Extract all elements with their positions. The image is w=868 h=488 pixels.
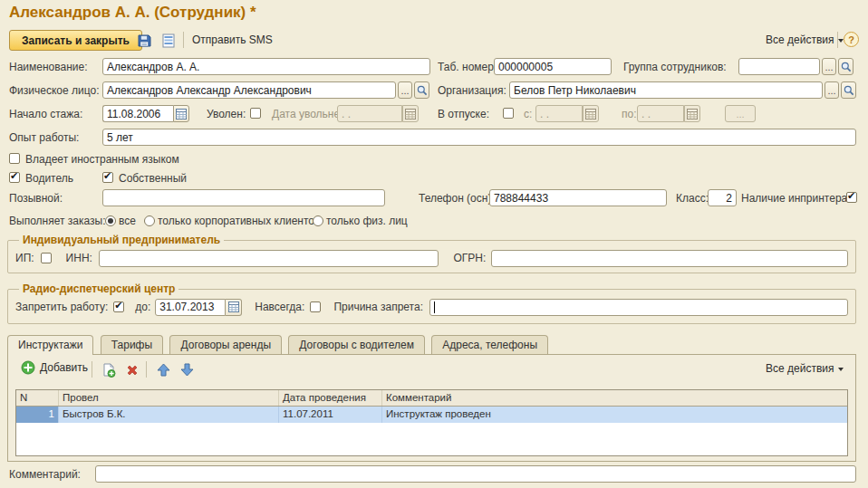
class-input[interactable]: [708, 189, 737, 206]
person-lookup-button[interactable]: [414, 81, 429, 99]
ban-until-label: до:: [135, 301, 150, 313]
journal-icon: [162, 33, 175, 48]
send-sms-button[interactable]: Отправить SMS: [192, 33, 273, 46]
name-label: Наименование:: [9, 61, 88, 73]
experience-start-input[interactable]: [102, 105, 173, 122]
vacation-to-label: по:: [622, 108, 637, 120]
own-car-checkbox[interactable]: [102, 172, 113, 183]
row-phone: Позывной: Телефон (осн): Класс: Наличие …: [0, 189, 868, 207]
radio-center-group-title: Радио-диспетчерский центр: [19, 282, 178, 295]
vacation-checkbox[interactable]: [503, 108, 514, 119]
orders-radio-individuals[interactable]: [313, 215, 323, 226]
row-comment: Комментарий:: [0, 465, 868, 483]
help-button[interactable]: ?: [844, 32, 859, 47]
ban-work-checkbox[interactable]: [113, 301, 124, 312]
main-toolbar: Записать и закрыть Отправить SMS Все дей…: [0, 30, 868, 53]
phone-input[interactable]: [489, 189, 667, 206]
fired-checkbox[interactable]: [250, 108, 261, 119]
employee-group-label: Группа сотрудников:: [623, 61, 727, 73]
entrepreneur-row: ИП: ИНН: ОГРН:: [15, 249, 848, 267]
cell-row-number[interactable]: 1: [16, 407, 59, 423]
foreign-language-checkbox[interactable]: [9, 153, 20, 164]
tab-tariffs[interactable]: Тарифы: [101, 335, 163, 354]
phone-label: Телефон (осн):: [419, 192, 495, 205]
cell-date[interactable]: 11.07.2011: [279, 407, 382, 423]
person-input[interactable]: [102, 81, 396, 99]
organization-label: Организация:: [438, 84, 506, 97]
calendar-icon: [687, 109, 698, 120]
add-row-button[interactable]: Добавить: [21, 360, 88, 375]
ban-reason-wrap: [429, 299, 848, 316]
ip-label: ИП:: [15, 252, 34, 264]
move-down-button[interactable]: [177, 360, 197, 379]
vacation-from-label: с:: [524, 108, 532, 120]
tab-instructions[interactable]: Инструктажи: [7, 335, 93, 355]
foreign-language-label: Владеет иностранным языком: [25, 153, 179, 166]
employee-group-input[interactable]: [738, 58, 820, 75]
orders-radio-corporate[interactable]: [144, 215, 155, 226]
cell-comment[interactable]: Инструктаж проведен: [382, 407, 847, 423]
all-actions-button[interactable]: Все действия: [766, 33, 844, 46]
orders-radio-all[interactable]: [105, 215, 116, 226]
grid-toolbar-separator-2: [146, 361, 147, 378]
tab-addresses[interactable]: Адреса, телефоны: [431, 335, 548, 354]
vacation-label: В отпуске:: [438, 108, 489, 120]
vacation-ellipsis-button: ...: [725, 105, 756, 122]
calendar-icon: [585, 109, 596, 120]
imprinter-checkbox[interactable]: [846, 192, 857, 203]
column-header-conductor[interactable]: Провел: [59, 390, 279, 406]
table-row[interactable]: 1 Быстров Б.К. 11.07.2011 Инструктаж про…: [16, 407, 847, 423]
experience-start-calendar-button[interactable]: [173, 105, 189, 122]
grid-all-actions-button[interactable]: Все действия: [766, 362, 844, 375]
tab-number-input[interactable]: [494, 58, 612, 75]
cell-conductor[interactable]: Быстров Б.К.: [59, 407, 279, 423]
ban-work-label: Запретить работу:: [15, 301, 108, 313]
row-experience: Опыт работы:: [0, 129, 868, 147]
comment-input[interactable]: [95, 465, 856, 483]
add-icon: [21, 360, 35, 375]
own-car-label: Собственный: [119, 172, 187, 185]
move-up-button[interactable]: [153, 360, 173, 379]
inn-label: ИНН:: [66, 252, 92, 264]
row-name: Наименование: Таб. номер: Группа сотрудн…: [0, 58, 868, 76]
row-person: Физическое лицо: ... Организация: ...: [0, 81, 868, 100]
row-dates: Начало стажа: Уволен: Дата увольнения: В…: [0, 105, 868, 123]
ban-until-input[interactable]: [155, 299, 226, 316]
vacation-to-input: [637, 105, 684, 122]
calendar-icon: [176, 109, 187, 120]
copy-icon: [101, 363, 116, 378]
page-title: Александров А. А. (Сотрудник) *: [9, 4, 256, 22]
row-driver: Водитель Собственный: [0, 169, 868, 187]
column-header-date[interactable]: Дата проведения: [279, 390, 382, 406]
person-ellipsis-button[interactable]: ...: [398, 81, 412, 99]
organization-ellipsis-button[interactable]: ...: [825, 81, 839, 99]
driver-checkbox[interactable]: [9, 172, 20, 183]
tab-number-label: Таб. номер:: [438, 61, 497, 73]
tab-driver-contracts[interactable]: Договоры с водителем: [288, 335, 425, 354]
tab-rent-contracts[interactable]: Договоры аренды: [169, 335, 282, 354]
forever-checkbox[interactable]: [310, 301, 321, 312]
organization-input[interactable]: [509, 81, 823, 99]
ip-checkbox[interactable]: [41, 253, 52, 263]
ban-reason-input[interactable]: [429, 299, 848, 316]
journal-button[interactable]: [159, 31, 178, 50]
class-label: Класс:: [676, 192, 709, 205]
column-header-n[interactable]: N: [16, 390, 59, 406]
vacation-from-input: [535, 105, 583, 122]
name-input[interactable]: [102, 58, 430, 75]
copy-row-button[interactable]: [99, 360, 119, 379]
callsign-input[interactable]: [102, 189, 385, 206]
ogrn-input[interactable]: [491, 250, 848, 267]
lookup-icon: [844, 85, 854, 96]
organization-lookup-button[interactable]: [841, 81, 856, 99]
employee-group-lookup-button[interactable]: [838, 58, 854, 75]
ban-until-calendar-button[interactable]: [226, 299, 242, 316]
delete-row-button[interactable]: [122, 360, 142, 379]
experience-input[interactable]: [102, 129, 856, 146]
callsign-label: Позывной:: [9, 192, 63, 205]
save-and-close-button[interactable]: Записать и закрыть: [9, 30, 142, 51]
inn-input[interactable]: [99, 250, 439, 267]
column-header-comment[interactable]: Комментарий: [382, 390, 847, 406]
save-button[interactable]: [134, 31, 154, 50]
employee-group-ellipsis-button[interactable]: ...: [822, 58, 836, 75]
